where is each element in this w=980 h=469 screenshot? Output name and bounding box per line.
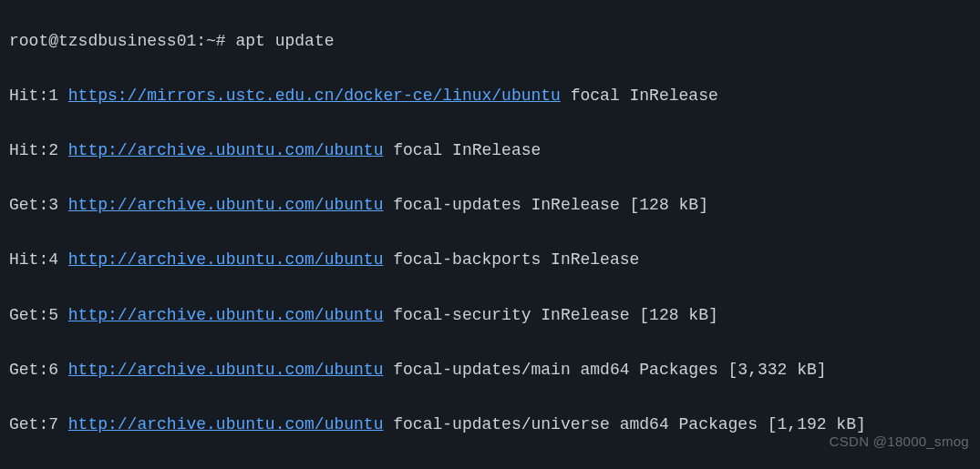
prompt-user-host: root@tzsdbusiness01 xyxy=(9,32,196,50)
line-suffix: focal InRelease xyxy=(561,87,718,105)
output-line: Hit:2 http://archive.ubuntu.com/ubuntu f… xyxy=(9,137,971,164)
prompt-line: root@tzsdbusiness01:~# apt update xyxy=(9,27,971,55)
repo-url[interactable]: http://archive.ubuntu.com/ubuntu xyxy=(68,306,384,324)
line-prefix: Get:3 xyxy=(9,196,68,214)
repo-url[interactable]: http://archive.ubuntu.com/ubuntu xyxy=(68,141,384,159)
output-line: Get:7 http://archive.ubuntu.com/ubuntu f… xyxy=(9,411,971,438)
line-suffix: focal-updates InRelease [128 kB] xyxy=(383,196,707,214)
output-line: Get:6 http://archive.ubuntu.com/ubuntu f… xyxy=(9,356,971,383)
line-suffix: focal-updates/universe amd64 Packages [1… xyxy=(383,415,865,433)
repo-url[interactable]: http://archive.ubuntu.com/ubuntu xyxy=(68,415,384,433)
command-text: apt update xyxy=(235,32,334,50)
line-prefix: Hit:2 xyxy=(9,141,68,159)
line-suffix: focal-backports InRelease xyxy=(383,250,639,269)
line-prefix: Hit:1 xyxy=(9,87,68,105)
line-suffix: focal-security InRelease [128 kB] xyxy=(383,306,717,324)
line-prefix: Hit:4 xyxy=(9,250,68,269)
repo-url[interactable]: http://archive.ubuntu.com/ubuntu xyxy=(68,361,384,379)
output-line: Get:5 http://archive.ubuntu.com/ubuntu f… xyxy=(9,301,971,329)
line-suffix: focal InRelease xyxy=(383,141,541,159)
line-prefix: Get:7 xyxy=(9,415,68,433)
output-line: Get:3 http://archive.ubuntu.com/ubuntu f… xyxy=(9,191,971,219)
repo-url[interactable]: http://archive.ubuntu.com/ubuntu xyxy=(68,250,384,269)
prompt-path: ~ xyxy=(206,32,216,50)
repo-url[interactable]: https://mirrors.ustc.edu.cn/docker-ce/li… xyxy=(68,87,561,105)
repo-url[interactable]: http://archive.ubuntu.com/ubuntu xyxy=(68,196,384,214)
watermark-text: CSDN @18000_smog xyxy=(830,430,969,453)
line-prefix: Get:5 xyxy=(9,306,68,324)
output-line: Hit:1 https://mirrors.ustc.edu.cn/docker… xyxy=(9,82,971,109)
prompt-symbol: # xyxy=(216,32,226,50)
terminal-output[interactable]: root@tzsdbusiness01:~# apt update Hit:1 … xyxy=(9,0,971,469)
output-line: Get:8 http://archive.ubuntu.com/ubuntu f… xyxy=(9,465,971,469)
output-line: Hit:4 http://archive.ubuntu.com/ubuntu f… xyxy=(9,246,971,273)
line-suffix: focal-updates/main amd64 Packages [3,332… xyxy=(383,361,826,379)
line-prefix: Get:6 xyxy=(9,361,68,379)
